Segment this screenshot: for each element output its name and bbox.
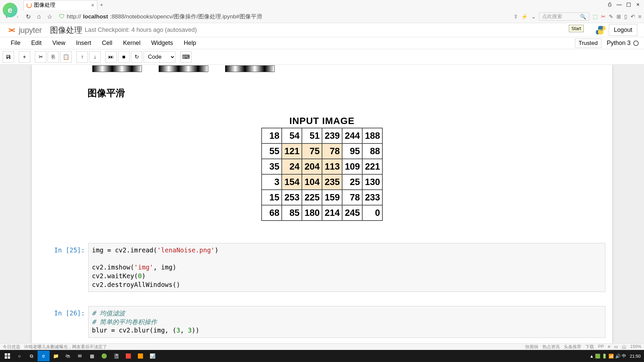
start-button[interactable] [1,351,13,361]
tray-icon[interactable]: ▲ [590,354,594,359]
tray-icon[interactable]: 🔊 [615,354,621,359]
menu-icon[interactable]: ≡ [638,14,641,20]
app-icon-2[interactable]: 🟢 [98,351,110,361]
app-icon-5[interactable]: 🟧 [134,351,146,361]
code-input[interactable]: img = cv2.imread('lenaNoise.png') cv2.im… [88,243,605,292]
status-item[interactable]: 头条推荐 [564,344,581,350]
command-palette-button[interactable]: ⌨ [180,51,192,63]
explorer-icon[interactable]: 📁 [50,351,62,361]
cortana-icon[interactable]: ○ [13,351,25,361]
trusted-badge[interactable]: Trusted [575,39,601,48]
status-left-1[interactable]: 今日优选 [3,344,20,350]
minimize-icon[interactable]: — [616,1,623,8]
taskview-icon[interactable]: ⧉ [25,351,38,361]
matrix-cell: 78 [342,190,362,205]
edge-icon[interactable]: e [38,351,50,361]
tray-ime[interactable]: 中 [622,353,626,359]
code-input[interactable]: # 均值滤波 # 简单的平均卷积操作 blur = cv2.blur(img, … [88,306,605,338]
jupyter-logo[interactable]: jupyter [7,25,42,35]
move-down-button[interactable]: ↓ [89,51,101,63]
chevron-down-icon[interactable]: ⌄ [531,13,536,20]
run-button[interactable]: ⏭ [105,51,117,63]
search-icon: 🔍 [580,14,586,20]
favorite-button[interactable]: ☆ [46,13,54,21]
store-icon[interactable]: 🛍 [62,351,74,361]
matrix-cell: 68 [262,205,282,221]
search-input[interactable]: 点此搜索 🔍 [539,12,589,21]
notebook-name[interactable]: 图像处理 [50,25,82,36]
status-item[interactable]: PP [598,344,604,350]
maximize-icon[interactable]: ☐ [625,1,632,8]
menu-help[interactable]: Help [178,40,202,47]
status-item[interactable]: 快剪辑 [525,344,538,350]
window-close-icon[interactable]: × [635,1,641,8]
status-item[interactable]: 下载 [585,344,594,350]
point-icon[interactable]: ✎ [609,13,613,20]
matrix-cell: 221 [362,159,382,174]
apps-icon[interactable]: ⊞ [616,13,621,20]
copy-button[interactable]: ⎘ [48,51,59,63]
menu-edit[interactable]: Edit [26,40,47,47]
tray-icon[interactable]: 🔋 [602,354,607,359]
logout-button[interactable]: Logout [609,24,637,36]
shelf-icon[interactable]: ⎙ [606,1,613,8]
status-item[interactable]: e [608,344,610,350]
code-cell[interactable]: In [25]:img = cv2.imread('lenaNoise.png'… [32,241,612,294]
taskbar-clock[interactable]: 21:50 [628,354,643,359]
mail-icon[interactable]: ✉ [74,351,86,361]
celltype-select[interactable]: Code [144,51,175,63]
status-item[interactable]: 热点资讯 [542,344,560,350]
matrix-cell: 88 [362,143,382,159]
home-button[interactable]: ⌂ [35,13,43,21]
matrix-cell: 104 [302,174,322,190]
menu-cell[interactable]: Cell [97,40,118,47]
app-icon[interactable]: ▦ [86,351,98,361]
tray-icon[interactable]: 📶 [608,354,614,359]
matrix-cell: 3 [262,174,282,190]
new-tab-button[interactable]: + [97,1,106,9]
matrix-cell: 18 [262,128,282,143]
matrix-cell: 159 [322,190,342,205]
status-item[interactable]: ω [614,344,618,350]
status-item[interactable]: 150% [630,344,641,350]
scissors-icon[interactable]: ✂ [601,13,605,20]
menu-view[interactable]: View [47,40,71,47]
restart-button[interactable]: ↻ [131,51,142,63]
markdown-heading[interactable]: 图像平滑 [32,72,612,102]
app-icon-3[interactable]: 📓 [110,351,122,361]
status-left-2[interactable]: 许晴老哪儿未删减曝光，网友看后不淡定了 [24,344,107,350]
forward-button[interactable]: › [13,13,21,21]
paste-button[interactable]: 📋 [60,51,72,63]
app-icon-4[interactable]: 🟥 [122,351,134,361]
menu-insert[interactable]: Insert [71,40,97,47]
browser-tab[interactable]: 图像处理 × [23,0,97,10]
matrix-cell: 51 [302,128,322,143]
share-icon[interactable]: ⇪ [514,13,518,20]
matrix-cell: 225 [302,190,322,205]
flash-icon[interactable]: ⚡ [521,13,528,20]
cut-button[interactable]: ✂ [35,51,46,63]
matrix-cell: 239 [322,128,342,143]
menu-widgets[interactable]: Widgets [146,40,178,47]
undo-icon[interactable]: ↶ [631,13,635,20]
notebook-body: 图像平滑 INPUT IMAGE 18545123924418855121757… [32,65,612,350]
tray-icon[interactable]: 🟩 [595,354,600,359]
kernel-name[interactable]: Python 3 [607,40,631,47]
reload-button[interactable]: ↻ [24,13,32,21]
menu-file[interactable]: File [5,40,26,47]
matrix-cell: 0 [362,205,382,221]
save-button[interactable] [3,51,14,63]
add-cell-button[interactable]: + [19,51,30,63]
code-cell[interactable]: In [26]:# 均值滤波 # 简单的平均卷积操作 blur = cv2.bl… [32,304,612,340]
mobile-icon[interactable]: ▯ [624,13,627,20]
stop-button[interactable]: ■ [118,51,129,63]
app-icon-6[interactable]: 📊 [146,351,158,361]
move-up-button[interactable]: ↑ [76,51,88,63]
svg-rect-3 [5,356,7,359]
address-bar[interactable]: 🛡 http://localhost:8888/notebooks/opencv… [56,13,511,20]
tab-close-icon[interactable]: × [91,2,94,8]
translate-icon[interactable]: ⬚ [593,13,598,20]
matrix-cell: 85 [282,205,302,221]
menu-kernel[interactable]: Kernel [118,40,146,47]
status-item[interactable]: 山 [622,344,626,350]
